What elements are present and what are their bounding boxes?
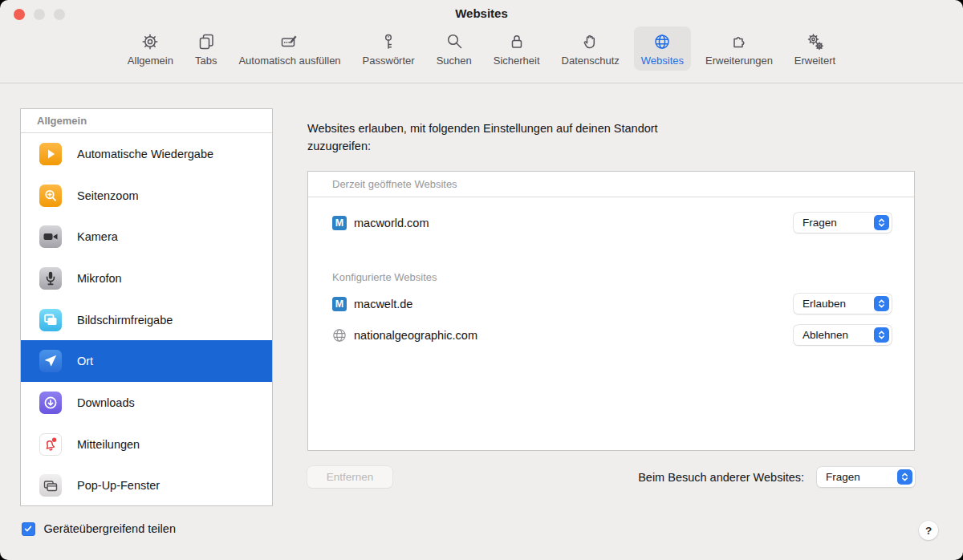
download-icon — [39, 392, 62, 414]
title-bar: Websites — [0, 0, 963, 27]
tab-erweiterungen[interactable]: Erweiterungen — [698, 26, 780, 71]
tab-label: Automatisch ausfüllen — [238, 55, 340, 67]
sidebar-item-mikrofon[interactable]: Mikrofon — [21, 258, 272, 299]
sidebar-item-ort[interactable]: Ort — [21, 340, 272, 382]
sidebar-item-downloads[interactable]: Downloads — [21, 382, 272, 424]
table-row[interactable]: M macwelt.de Erlauben — [308, 293, 914, 314]
sidebar-item-label: Ort — [77, 355, 93, 367]
sidebar-item-label: Automatische Wiedergabe — [77, 148, 213, 160]
gears-icon — [805, 31, 826, 52]
tab-label: Passwörter — [363, 55, 415, 67]
permission-dropdown[interactable]: Ablehnen — [794, 325, 892, 345]
window-title: Websites — [0, 6, 963, 20]
tab-label: Allgemein — [128, 55, 173, 67]
tab-passwoerter[interactable]: Passwörter — [356, 26, 422, 71]
popup-window-icon — [39, 474, 62, 497]
tab-label: Datenschutz — [562, 55, 620, 67]
macworld-favicon: M — [332, 216, 347, 230]
tab-datenschutz[interactable]: Datenschutz — [555, 26, 627, 71]
key-icon — [378, 31, 399, 52]
site-name: macwelt.de — [354, 298, 412, 310]
table-row[interactable]: M macworld.com Fragen — [308, 212, 914, 233]
sidebar-group-header: Allgemein — [21, 109, 272, 133]
help-button[interactable]: ? — [919, 521, 938, 540]
dropdown-value: Fragen — [802, 217, 837, 229]
dropdown-value: Erlauben — [802, 298, 846, 310]
websites-table: Derzeit geöffnete Websites M macworld.co… — [307, 171, 915, 451]
sidebar-item-label: Downloads — [77, 396, 135, 409]
table-row[interactable]: nationalgeographic.com Ablehnen — [308, 324, 914, 346]
macwelt-favicon: M — [332, 297, 347, 311]
site-name: nationalgeographic.com — [354, 329, 477, 342]
site-name: macworld.com — [354, 217, 429, 229]
section-configured-header: Konfigurierte Websites — [332, 271, 437, 283]
bell-icon — [39, 433, 62, 456]
dropdown-stepper-icon — [897, 469, 912, 485]
gear-icon — [140, 31, 160, 52]
sidebar-item-label: Mikrofon — [77, 272, 122, 285]
dropdown-stepper-icon — [874, 215, 889, 230]
sidebar-item-label: Seitenzoom — [77, 189, 139, 202]
tab-allgemein[interactable]: Allgemein — [120, 26, 181, 71]
tab-label: Websites — [641, 55, 684, 67]
tab-label: Sicherheit — [494, 55, 540, 67]
location-icon — [39, 350, 62, 372]
puzzle-icon — [729, 31, 750, 52]
permission-dropdown[interactable]: Erlauben — [794, 294, 892, 314]
dropdown-value: Ablehnen — [802, 329, 848, 341]
tab-label: Erweiterungen — [705, 55, 773, 67]
tab-suchen[interactable]: Suchen — [429, 26, 479, 71]
tab-websites[interactable]: Websites — [634, 26, 691, 71]
section-currently-open-header: Derzeit geöffnete Websites — [308, 172, 914, 197]
dropdown-stepper-icon — [874, 327, 889, 343]
dropdown-value: Fragen — [826, 471, 860, 483]
hand-icon — [580, 31, 601, 52]
websites-sidebar: Allgemein Automatische Wiedergabe Seiten… — [20, 108, 273, 506]
share-checkbox-label: Geräteübergreifend teilen — [44, 522, 176, 535]
tab-sicherheit[interactable]: Sicherheit — [486, 26, 547, 71]
other-websites-label: Beim Besuch anderer Websites: — [638, 471, 804, 484]
tabs-icon — [196, 31, 217, 52]
play-icon — [39, 143, 62, 165]
toolbar-separator — [0, 83, 963, 83]
tab-tabs[interactable]: Tabs — [188, 26, 224, 71]
globe-icon — [652, 31, 672, 52]
sidebar-item-label: Mitteilungen — [77, 438, 140, 451]
tab-label: Erweitert — [794, 55, 835, 67]
sidebar-item-label: Pop-Up-Fenster — [77, 479, 160, 492]
page-zoom-icon — [39, 185, 62, 207]
tab-label: Suchen — [437, 55, 472, 67]
sidebar-item-mitteilungen[interactable]: Mitteilungen — [21, 424, 272, 465]
globe-favicon — [332, 328, 347, 343]
lock-icon — [506, 31, 527, 52]
safari-preferences-window: Websites Allgemein Tabs Automatisch ausf… — [0, 0, 963, 560]
search-icon — [444, 31, 465, 52]
tab-automatisch-ausfuellen[interactable]: Automatisch ausfüllen — [231, 26, 347, 71]
share-checkbox[interactable] — [22, 522, 35, 536]
sidebar-item-bildschirmfreigabe[interactable]: Bildschirmfreigabe — [21, 299, 272, 341]
screen-share-icon — [39, 309, 62, 331]
sidebar-item-pop-up-fenster[interactable]: Pop-Up-Fenster — [21, 465, 272, 507]
remove-button[interactable]: Entfernen — [307, 466, 392, 488]
other-websites-dropdown[interactable]: Fragen — [817, 467, 915, 487]
location-permission-description: Websites erlauben, mit folgenden Einstel… — [307, 120, 709, 155]
camera-icon — [39, 225, 62, 248]
sidebar-item-label: Bildschirmfreigabe — [77, 314, 173, 327]
sidebar-item-kamera[interactable]: Kamera — [21, 216, 272, 258]
tab-erweitert[interactable]: Erweitert — [787, 26, 843, 71]
share-across-devices-row: Geräteübergreifend teilen — [22, 522, 176, 536]
dropdown-stepper-icon — [874, 296, 889, 311]
preferences-toolbar: Allgemein Tabs Automatisch ausfüllen Pas… — [0, 26, 963, 78]
permission-dropdown[interactable]: Fragen — [794, 213, 892, 233]
microphone-icon — [39, 267, 62, 290]
tab-label: Tabs — [195, 55, 217, 67]
sidebar-item-seitenzoom[interactable]: Seitenzoom — [21, 175, 272, 217]
sidebar-item-label: Kamera — [77, 230, 118, 243]
autofill-icon — [279, 31, 300, 52]
sidebar-item-automatische-wiedergabe[interactable]: Automatische Wiedergabe — [21, 133, 272, 175]
